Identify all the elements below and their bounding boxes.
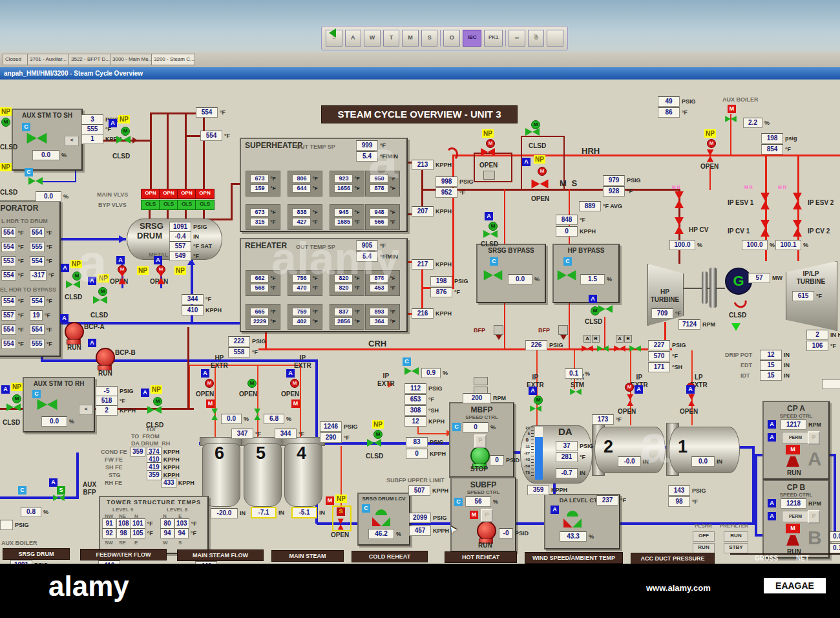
taskbar-tab-closed[interactable]: Closed: [3, 54, 30, 65]
bottom-main-steam[interactable]: MAIN STEAM: [271, 550, 344, 562]
alarm-ack-icon[interactable]: ∞: [509, 30, 525, 47]
solenoid-badge[interactable]: S: [337, 507, 345, 516]
motor-actuator-icon[interactable]: M: [707, 139, 716, 148]
taskbar-tab-3200[interactable]: 3200 - Steam C...: [151, 54, 195, 65]
polisher-off-button[interactable]: OFF: [693, 531, 715, 542]
rh-ramp-sp[interactable]: 5.4°F/MIN: [356, 251, 398, 262]
auto-c-badge[interactable]: C: [563, 257, 572, 266]
motor-actuator-icon[interactable]: M: [72, 272, 81, 281]
auto-c-badge[interactable]: C: [452, 423, 461, 431]
aux-rh-valve-icon[interactable]: [37, 399, 58, 410]
ms-stop-valve-icon[interactable]: [532, 180, 549, 189]
auto-a-badge[interactable]: A: [686, 385, 695, 394]
valve-icon[interactable]: [570, 389, 582, 395]
polisher-run-button[interactable]: RUN: [693, 543, 715, 553]
auto-c-badge[interactable]: C: [454, 498, 463, 506]
auto-a-badge[interactable]: A: [768, 420, 776, 429]
valve-icon[interactable]: [367, 439, 381, 447]
auto-a-badge[interactable]: A: [109, 119, 117, 127]
auto-a-badge[interactable]: A: [522, 158, 530, 166]
ip-cv1-icon[interactable]: [761, 220, 770, 237]
valve-icon[interactable]: [404, 367, 419, 376]
motor-actuator-icon[interactable]: M: [247, 379, 257, 388]
valve-icon[interactable]: [116, 136, 131, 144]
motor-actuator-icon[interactable]: M: [625, 383, 634, 392]
auto-a-badge[interactable]: A: [286, 369, 295, 378]
srsg-bypass-valve-icon[interactable]: [484, 270, 503, 281]
auto-a-badge[interactable]: A: [1, 385, 10, 394]
byp-valve-3-state[interactable]: CLS: [177, 200, 196, 210]
valve-icon[interactable]: [338, 519, 344, 530]
motor-badge[interactable]: M: [728, 105, 736, 113]
auto-a-badge[interactable]: A: [551, 506, 559, 514]
main-valve-1-state[interactable]: OPN: [141, 189, 160, 199]
prefilter-stby-button[interactable]: STBY: [724, 543, 748, 553]
auto-c-badge[interactable]: C: [490, 257, 498, 266]
motor-actuator-icon[interactable]: M: [290, 379, 299, 388]
hp-cv-icon[interactable]: [675, 217, 684, 234]
perm-button[interactable]: PERM: [782, 511, 809, 522]
perm-p-button[interactable]: P: [481, 509, 493, 522]
auto-a-badge[interactable]: A: [485, 212, 493, 220]
bottom-feedwater-flow[interactable]: FEEDWATER FLOW: [80, 549, 167, 560]
cp-b-motor[interactable]: M: [786, 524, 800, 533]
valve-icon[interactable]: [525, 128, 540, 136]
taskbar-tab-3701[interactable]: 3701 - Auxiliar...: [27, 54, 71, 65]
valve-icon[interactable]: [147, 406, 162, 414]
extr-valve-icon[interactable]: [627, 394, 634, 406]
auto-c-badge[interactable]: C: [362, 504, 370, 513]
sh-out-temp-sp[interactable]: 999°F: [356, 140, 386, 151]
toolbar-button-t[interactable]: T: [383, 30, 400, 47]
blowdown-valve-icon[interactable]: [158, 271, 165, 284]
valve-icon[interactable]: [53, 495, 65, 501]
auto-a-badge[interactable]: A: [635, 385, 643, 394]
faceplate-button[interactable]: <: [79, 405, 93, 415]
valve-icon[interactable]: [598, 305, 613, 314]
valve-icon[interactable]: [93, 296, 107, 304]
p-button[interactable]: P: [808, 510, 820, 524]
auto-a-badge[interactable]: A: [768, 512, 776, 520]
valve-icon[interactable]: [66, 281, 80, 289]
lcv-valve-icon[interactable]: [372, 509, 390, 526]
toolbar-button-o[interactable]: O: [443, 30, 460, 47]
byp-valve-1-state[interactable]: CLS: [141, 200, 160, 210]
valve-icon[interactable]: [6, 403, 21, 412]
bottom-main-steam-flow[interactable]: MAIN STEAM FLOW: [177, 549, 264, 561]
toolbar-button-s[interactable]: S: [421, 30, 438, 47]
motor-actuator-icon[interactable]: M: [534, 396, 543, 405]
blowdown-valve-icon[interactable]: [119, 271, 127, 284]
byp-valve-4-state[interactable]: CLS: [195, 200, 215, 210]
subfp-pump[interactable]: [477, 521, 496, 540]
auto-a-badge[interactable]: A: [116, 256, 125, 264]
ip-esv2-icon[interactable]: [793, 193, 803, 209]
motor-actuator-icon[interactable]: M: [373, 430, 383, 439]
valve-icon[interactable]: [725, 116, 737, 122]
motor-actuator-icon[interactable]: M: [98, 287, 107, 296]
valve-icon[interactable]: [530, 405, 541, 412]
auto-c-badge[interactable]: C: [25, 168, 33, 176]
motor-badge[interactable]: M: [470, 511, 478, 519]
motor-actuator-icon[interactable]: M: [121, 127, 130, 136]
motor-badge[interactable]: M: [291, 400, 300, 408]
cp-a-motor[interactable]: M: [786, 445, 800, 454]
bottom-srsg-drum[interactable]: SRSG DRUM: [3, 548, 70, 560]
toolbar-button-pk1[interactable]: PK1: [484, 30, 503, 47]
solenoid-badge[interactable]: S: [57, 486, 65, 495]
bottom-hot-reheat[interactable]: HOT REHEAT: [445, 551, 517, 563]
auto-c-badge[interactable]: C: [32, 390, 41, 398]
auto-c-badge[interactable]: C: [403, 357, 411, 366]
motor-actuator-icon[interactable]: M: [486, 139, 495, 148]
sh-ramp-sp[interactable]: 5.4°F/MIN: [356, 151, 398, 162]
prefilter-run-button[interactable]: RUN: [724, 531, 748, 542]
auto-a-badge[interactable]: A: [88, 277, 96, 285]
auto-c-badge[interactable]: C: [18, 486, 26, 495]
motor-badge[interactable]: M: [326, 496, 334, 505]
auto-c-badge[interactable]: C: [22, 123, 30, 131]
taskbar-tab-3522[interactable]: 3522 - BFPT D...: [68, 54, 112, 65]
bottom-acc-duct[interactable]: ACC DUCT PRESSURE: [631, 553, 715, 564]
vent-valve-icon[interactable]: [481, 148, 495, 156]
hp-bypass-valve-icon[interactable]: [558, 270, 576, 281]
aux-sh-valve-icon[interactable]: [27, 133, 47, 144]
bcp-a-pump[interactable]: [65, 322, 84, 341]
extr-valve-icon[interactable]: [688, 394, 695, 406]
